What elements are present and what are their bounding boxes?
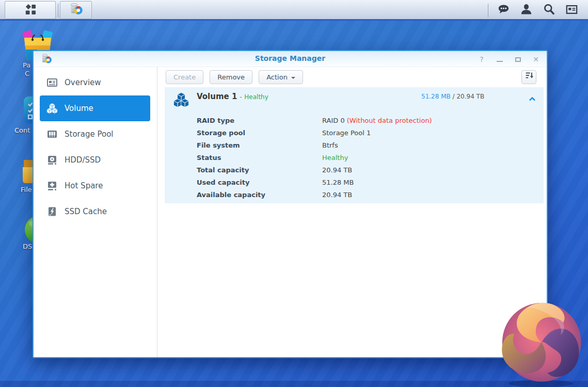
storage-manager-taskbar-button[interactable] (60, 1, 92, 19)
detail-row-used-capacity: Used capacity 51.28 MB (165, 176, 544, 188)
collapse-panel-button[interactable] (528, 95, 537, 104)
capacity-usage: 51.28 MB / 20.94 TB (421, 91, 519, 101)
volume-details: RAID type RAID 0 (Without data protectio… (165, 114, 544, 201)
taskbar (0, 0, 588, 21)
volume-cubes-icon (46, 103, 58, 114)
maximize-icon (515, 57, 521, 62)
maximize-button[interactable] (514, 56, 521, 63)
storage-manager-window: Storage Manager ? ✕ Overvie (33, 50, 548, 358)
sidebar-item-ssd-cache[interactable]: SSD Cache (34, 199, 157, 224)
hdd-icon (46, 154, 58, 166)
minimize-icon (497, 61, 503, 62)
search-icon (543, 3, 555, 18)
detail-row-storage-pool: Storage pool Storage Pool 1 (165, 126, 544, 139)
control-panel-label[interactable]: Cont (14, 126, 30, 134)
detail-row-raid-type: RAID type RAID 0 (Without data protectio… (165, 114, 544, 126)
close-button[interactable]: ✕ (532, 56, 539, 63)
help-button[interactable]: ? (478, 56, 485, 63)
overview-icon (46, 77, 58, 88)
file-station-label[interactable]: File (21, 186, 32, 194)
sidebar-item-label: Overview (65, 78, 101, 87)
search-button[interactable] (542, 4, 556, 17)
sidebar-item-storage-pool[interactable]: Storage Pool (34, 121, 157, 147)
dsm-shortcut-label[interactable]: DS (23, 243, 32, 250)
minimize-button[interactable] (496, 56, 503, 63)
volume-title: Volume 1 - Healthy (197, 92, 268, 101)
chevron-up-icon (528, 95, 536, 103)
storage-pool-icon (46, 128, 58, 140)
status-healthy-text: Healthy (322, 154, 348, 162)
main-menu-icon (24, 3, 37, 18)
sidebar-item-label: SSD Cache (65, 207, 107, 216)
sidebar-item-label: Storage Pool (65, 130, 114, 139)
widgets-icon (565, 3, 578, 18)
detail-row-available-capacity: Available capacity 20.94 TB (165, 188, 544, 201)
sidebar-item-label: Volume (65, 104, 93, 113)
sidebar-item-hot-spare[interactable]: Hot Spare (34, 173, 157, 199)
main-content: Create Remove Action (157, 67, 547, 357)
volume-name: Volume 1 (197, 92, 237, 101)
main-menu-button[interactable] (5, 1, 56, 19)
sidebar-item-overview[interactable]: Overview (34, 70, 157, 95)
sidebar-item-label: Hot Spare (65, 181, 103, 190)
taskbar-separator-right (488, 4, 488, 17)
create-button[interactable]: Create (166, 70, 203, 84)
toolbar: Create Remove Action (157, 67, 547, 87)
taskbar-separator-left (58, 4, 58, 17)
hot-spare-icon (46, 180, 58, 191)
detail-row-total-capacity: Total capacity 20.94 TB (165, 164, 544, 176)
user-button[interactable] (519, 4, 533, 17)
notifications-button[interactable] (496, 4, 511, 17)
volume-panel: Volume 1 - Healthy 51.28 MB / 20.94 TB (165, 87, 544, 203)
detail-row-file-system: File system Btrfs (165, 139, 544, 151)
sort-descending-icon (525, 71, 534, 84)
volume-status-badge: Healthy (244, 93, 268, 101)
sidebar-item-hdd-ssd[interactable]: HDD/SSD (34, 147, 157, 173)
remove-button[interactable]: Remove (210, 70, 252, 84)
titlebar[interactable]: Storage Manager ? ✕ (34, 51, 547, 67)
kitguru-logo (497, 299, 588, 387)
chat-bubble-icon (497, 3, 510, 18)
volume-icon (173, 92, 189, 109)
person-icon (520, 3, 533, 18)
storage-manager-icon (69, 2, 83, 18)
action-button[interactable]: Action (259, 70, 303, 84)
sort-button[interactable] (521, 70, 536, 84)
window-title: Storage Manager (34, 54, 547, 62)
sidebar-item-volume[interactable]: Volume (40, 95, 150, 121)
package-center-label-line1[interactable]: Pa (23, 61, 30, 69)
volume-panel-header[interactable]: Volume 1 - Healthy 51.28 MB / 20.94 TB (165, 87, 544, 114)
package-center-label-line2[interactable]: C (25, 70, 29, 77)
widgets-button[interactable] (564, 4, 579, 17)
sidebar: Overview (34, 67, 157, 357)
sidebar-item-label: HDD/SSD (65, 155, 101, 165)
ssd-cache-icon (46, 206, 58, 217)
caret-down-icon (291, 77, 295, 79)
detail-row-status: Status Healthy (165, 151, 544, 164)
raid-warning-text: (Without data protection) (347, 117, 432, 124)
capacity-text: 51.28 MB / 20.94 TB (421, 93, 484, 100)
